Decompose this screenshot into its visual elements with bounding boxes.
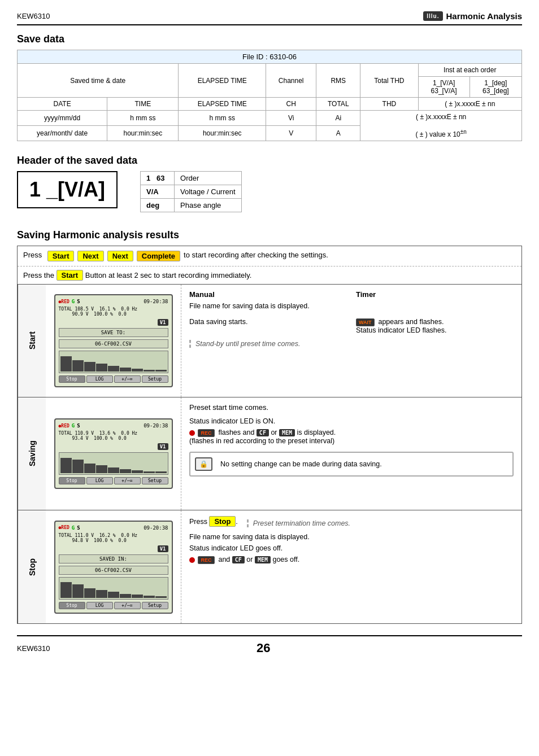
legend-code-3: deg (141, 199, 175, 212)
setup-btn-stop[interactable]: Setup (142, 602, 168, 609)
step-label-stop: Stop (18, 510, 46, 623)
time-format: h mm ss (107, 111, 179, 126)
timer-title: Timer (356, 290, 514, 299)
save-data-table: Saved time & date ELAPSED TIME Channel R… (17, 63, 522, 141)
stop-btn-highlight: Stop (209, 516, 236, 527)
bar2 (72, 360, 84, 372)
va-range-label: 1_[V/A]63_[V/A] (418, 77, 470, 98)
a-label: A (316, 126, 360, 141)
no-setting-text: No setting change can be made during dat… (220, 460, 382, 468)
log-btn-stop[interactable]: LOG (86, 602, 113, 609)
step-desc-saving: Preset start time comes. Status indicato… (181, 397, 521, 510)
title-area: Illu. Harmonic Analysis (423, 11, 522, 21)
bar3 (84, 362, 95, 372)
s-indicator: S (77, 299, 80, 304)
bar6 (120, 368, 131, 372)
g-indicator-stop: G (72, 525, 75, 531)
step-row-start: Start ●RED G S 09-20:38 TOTAL 108.5 (18, 285, 521, 397)
plusminus-btn-saving[interactable]: +/–= (114, 477, 141, 484)
bar7-st (132, 595, 143, 597)
harmonic-outer-box: Press Start Next Next Complete to start … (17, 246, 522, 624)
filename-start: 06-CF002.CSV (59, 339, 168, 348)
log-btn-start[interactable]: LOG (86, 375, 113, 383)
data-saving-right: WAIT appears and flashes.Status indicato… (356, 318, 514, 334)
press-start-bar: Press Start Next Next Complete to start … (18, 246, 521, 266)
bar4-st (96, 590, 107, 598)
device-screen-saving: ●RED G S 09-20:38 TOTAL 110.9 V 13.6 % 0… (54, 418, 173, 489)
header-saved-content: 1 _[V/A] 1 63 Order V/A Voltage / Curren… (17, 171, 522, 212)
manual-col: Manual File name for saving data is disp… (189, 290, 347, 313)
ai-label: Ai (316, 111, 360, 126)
saved-time-label: Saved time & date (18, 64, 179, 98)
title-icon: Illu. (423, 11, 442, 21)
year-month-date: year/month/ date (18, 126, 107, 141)
desc-columns-start: Manual File name for saving data is disp… (189, 290, 514, 313)
channel-label: Channel (266, 64, 316, 98)
bar9 (155, 370, 167, 372)
flash-desc-text: REC flashes and CF or MEM is displayed. … (189, 429, 514, 445)
ds-readings-stop: TOTAL 111.0 V 16.2 % 0.0 Hz 94.8 V 100.0… (59, 533, 168, 543)
bar4-s (96, 465, 107, 473)
page-footer: KEW6310 26 (17, 635, 522, 656)
deg-range-label: 1_[deg]63_[deg] (470, 77, 521, 98)
stop-btn-start[interactable]: Stop (59, 375, 85, 383)
stop-btn-saving[interactable]: Stop (59, 477, 85, 484)
manual-title: Manual (189, 290, 347, 299)
bar1-st (60, 582, 72, 597)
step-screen-stop: ●RED G S 09-20:38 TOTAL 111.0 V 16.2 % 0… (46, 510, 181, 623)
chart-stop (59, 577, 168, 600)
plusminus-btn-stop[interactable]: +/–= (114, 602, 141, 609)
stop-top-row: Press Stop. Preset termination time come… (189, 516, 514, 527)
table-row: DATE TIME ELAPSED TIME CH TOTAL THD ( ± … (18, 98, 522, 111)
bar5-st (108, 592, 119, 597)
bar5 (108, 366, 119, 372)
ch-label: CH (266, 98, 316, 111)
bar5-s (108, 467, 119, 473)
save-data-title: Save data (17, 33, 522, 45)
file-name-display: File name for saving data is displayed. (189, 302, 347, 310)
total-thd-label: Total THD (360, 64, 418, 98)
bar2-s (72, 460, 84, 473)
g-indicator-saving: G (72, 423, 75, 429)
log-btn-saving[interactable]: LOG (86, 477, 113, 484)
start-button-highlight: Start (47, 251, 75, 261)
ds-indicators-saving: ●RED G S (59, 423, 80, 429)
inst-each-order-label: Inst at each order (418, 64, 521, 77)
led-off-text: Status indicator LED goes off. (189, 544, 514, 552)
v1-label-saving: V1 (158, 443, 168, 450)
page-number: 26 (257, 641, 270, 656)
ds-indicators-start: ●RED G S (59, 299, 80, 304)
save-to-label-start: SAVE TO: (59, 328, 168, 337)
bar7 (132, 369, 143, 372)
data-saving-row: Data saving starts. WAIT appears and fla… (189, 318, 514, 334)
bar8-s (144, 471, 155, 473)
wait-blink-icon: WAIT (356, 318, 375, 326)
file-display-stop: File name for saving data is displayed. (189, 533, 514, 541)
press-stop-left: Press Stop. (189, 516, 238, 527)
stop-btn-stop[interactable]: Stop (59, 602, 85, 609)
ds-buttons-start: Stop LOG +/–= Setup (59, 375, 168, 383)
s-indicator-stop: S (77, 525, 80, 531)
step-row-stop: Stop ●RED G S 09-20:38 TOTAL 111.0 (18, 510, 521, 623)
bar7-s (132, 470, 143, 473)
press-label: Press (23, 251, 44, 259)
rms-label: RMS (316, 64, 360, 98)
hour-min-sec2: hour:min:sec (179, 126, 266, 141)
date-format: yyyy/mm/dd (18, 111, 107, 126)
plusminus-btn-start[interactable]: +/–= (114, 375, 141, 383)
step-label-saving: Saving (18, 397, 46, 510)
elapsed-time2-label: ELAPSED TIME (179, 98, 266, 111)
lock-icon: 🔒 (195, 457, 212, 471)
setup-btn-start[interactable]: Setup (142, 375, 168, 383)
ds-indicators-stop: ●RED G S (59, 525, 80, 531)
value-formula: ( ± )x.xxxxE ± nn( ± ) value x 10±n (360, 111, 522, 141)
bar6-s (120, 469, 131, 473)
g-indicator: G (72, 299, 75, 304)
step-screen-start: ●RED G S 09-20:38 TOTAL 108.5 V 16.1 % 0… (46, 285, 181, 397)
red-indicator: ●RED (59, 299, 69, 304)
device-screen-start: ●RED G S 09-20:38 TOTAL 108.5 V 16.1 % 0… (54, 294, 173, 387)
data-saving-left: Data saving starts. (189, 318, 347, 326)
setup-btn-saving[interactable]: Setup (142, 477, 168, 484)
step-label-start: Start (18, 285, 46, 397)
bar1 (60, 356, 72, 372)
